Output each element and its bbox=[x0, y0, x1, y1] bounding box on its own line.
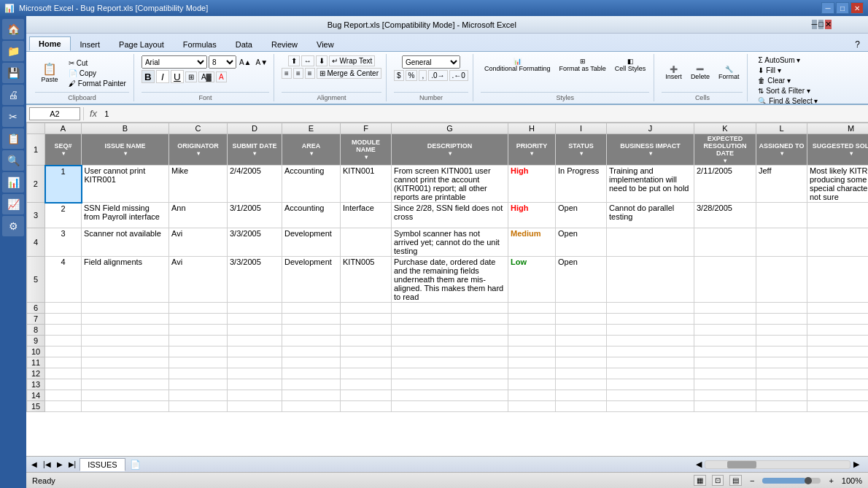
cell-F1[interactable]: MODULE NAME▾ bbox=[341, 134, 392, 166]
cell-H1[interactable]: PRIORITY▾ bbox=[508, 134, 556, 166]
row-header-2[interactable]: 2 bbox=[27, 166, 45, 203]
currency-btn[interactable]: $ bbox=[394, 70, 404, 81]
col-header-J[interactable]: J bbox=[607, 123, 694, 134]
col-header-M[interactable]: M bbox=[807, 123, 869, 134]
col-header-K[interactable]: K bbox=[694, 123, 756, 134]
decrease-decimal-btn[interactable]: .←0 bbox=[449, 70, 468, 81]
cell-D4[interactable]: 3/3/2005 bbox=[228, 228, 282, 257]
col-header-I[interactable]: I bbox=[556, 123, 607, 134]
row-header-12[interactable]: 12 bbox=[27, 368, 45, 379]
row-header-5[interactable]: 5 bbox=[27, 257, 45, 303]
cell-M3[interactable] bbox=[807, 203, 869, 228]
tab-page-layout[interactable]: Page Layout bbox=[109, 37, 174, 51]
cell-G3[interactable]: Since 2/28, SSN field does not cross bbox=[392, 203, 508, 228]
horizontal-scrollbar[interactable] bbox=[705, 460, 850, 469]
cell-L4[interactable] bbox=[756, 228, 807, 257]
cell-B4[interactable]: Scanner not available bbox=[82, 228, 169, 257]
cell-E3[interactable]: Accounting bbox=[282, 203, 341, 228]
cell-A6[interactable] bbox=[45, 303, 82, 314]
cell-K4[interactable] bbox=[694, 228, 756, 257]
sidebar-settings-icon[interactable]: ⚙ bbox=[2, 216, 24, 236]
row-header-11[interactable]: 11 bbox=[27, 357, 45, 368]
row-header-6[interactable]: 6 bbox=[27, 303, 45, 314]
cell-E4[interactable]: Development bbox=[282, 228, 341, 257]
align-right-btn[interactable]: ≡ bbox=[305, 68, 315, 79]
col-header-L[interactable]: L bbox=[756, 123, 807, 134]
col-header-B[interactable]: B bbox=[82, 123, 169, 134]
sidebar-cut-icon[interactable]: ✂ bbox=[2, 106, 24, 127]
tab-data[interactable]: Data bbox=[226, 37, 262, 51]
align-top-btn[interactable]: ⬆ bbox=[288, 55, 300, 66]
font-color-btn[interactable]: A bbox=[216, 71, 227, 82]
cell-B5[interactable]: Field alignments bbox=[82, 257, 169, 303]
cell-L2[interactable]: Jeff bbox=[756, 166, 807, 203]
cell-H2[interactable]: High bbox=[508, 166, 556, 203]
row-header-14[interactable]: 14 bbox=[27, 390, 45, 401]
cell-styles-btn[interactable]: ◧ Cell Styles bbox=[611, 55, 650, 74]
autosum-btn[interactable]: Σ AutoSum ▾ bbox=[755, 55, 803, 65]
clear-btn[interactable]: 🗑 Clear ▾ bbox=[755, 76, 793, 85]
col-header-E[interactable]: E bbox=[282, 123, 341, 134]
conditional-formatting-btn[interactable]: 📊 Conditional Formatting bbox=[481, 55, 554, 74]
cell-K1[interactable]: EXPECTED RESOLUTION DATE▾ bbox=[694, 134, 756, 166]
col-header-D[interactable]: D bbox=[228, 123, 282, 134]
italic-btn[interactable]: I bbox=[156, 70, 169, 83]
sidebar-folder-icon[interactable]: 📁 bbox=[2, 41, 24, 61]
tab-view[interactable]: View bbox=[307, 37, 344, 51]
cell-M5[interactable] bbox=[807, 257, 869, 303]
inner-minimize-btn[interactable]: ─ bbox=[812, 20, 818, 29]
percent-btn[interactable]: % bbox=[406, 70, 418, 81]
cell-B3[interactable]: SSN Field missing from Payroll interface bbox=[82, 203, 169, 228]
cell-C5[interactable]: Avi bbox=[169, 257, 228, 303]
sidebar-print-icon[interactable]: 🖨 bbox=[2, 85, 24, 105]
sheet-nav-first[interactable]: |◀ bbox=[41, 460, 53, 468]
zoom-in-btn[interactable]: + bbox=[826, 476, 835, 485]
increase-font-btn[interactable]: A▲ bbox=[238, 58, 253, 67]
border-btn[interactable]: ⊞ bbox=[185, 71, 197, 82]
cell-E2[interactable]: Accounting bbox=[282, 166, 341, 203]
font-name-select[interactable]: Arial bbox=[142, 55, 207, 69]
cell-F2[interactable]: KITN001 bbox=[341, 166, 392, 203]
cell-H4[interactable]: Medium bbox=[508, 228, 556, 257]
format-cells-btn[interactable]: 🔧 Format bbox=[715, 63, 743, 82]
fill-color-btn[interactable]: A▓ bbox=[198, 71, 214, 82]
wrap-text-btn[interactable]: ↵ Wrap Text bbox=[329, 55, 375, 66]
cell-L1[interactable]: ASSIGNED TO▾ bbox=[756, 134, 807, 166]
cell-G5[interactable]: Purchase date, ordered date and the rema… bbox=[392, 257, 508, 303]
cell-L5[interactable] bbox=[756, 257, 807, 303]
sidebar-graph-icon[interactable]: 📈 bbox=[2, 194, 24, 214]
sidebar-home-icon[interactable]: 🏠 bbox=[2, 19, 24, 39]
insert-cells-btn[interactable]: ➕ Insert bbox=[662, 63, 686, 82]
cell-A5[interactable]: 4 bbox=[45, 257, 82, 303]
cell-F4[interactable] bbox=[341, 228, 392, 257]
row-header-7[interactable]: 7 bbox=[27, 314, 45, 325]
comma-btn[interactable]: , bbox=[419, 70, 427, 81]
cell-I2[interactable]: In Progress bbox=[556, 166, 607, 203]
cell-A3[interactable]: 2 bbox=[45, 203, 82, 228]
tab-home[interactable]: Home bbox=[29, 36, 71, 51]
sheet-tab-issues[interactable]: ISSUES bbox=[80, 458, 125, 471]
col-header-C[interactable]: C bbox=[169, 123, 228, 134]
cut-button[interactable]: ✂ Cut bbox=[66, 58, 129, 68]
cell-A4[interactable]: 3 bbox=[45, 228, 82, 257]
fill-btn[interactable]: ⬇ Fill ▾ bbox=[755, 66, 783, 75]
row-header-1[interactable]: 1 bbox=[27, 134, 45, 166]
cell-I5[interactable]: Open bbox=[556, 257, 607, 303]
cell-G1[interactable]: DESCRIPTION▾ bbox=[392, 134, 508, 166]
row-header-8[interactable]: 8 bbox=[27, 325, 45, 336]
row-header-13[interactable]: 13 bbox=[27, 379, 45, 390]
cell-C2[interactable]: Mike bbox=[169, 166, 228, 203]
col-header-H[interactable]: H bbox=[508, 123, 556, 134]
cell-J4[interactable] bbox=[607, 228, 694, 257]
find-select-btn[interactable]: 🔍 Find & Select ▾ bbox=[755, 96, 821, 104]
inner-restore-btn[interactable]: □ bbox=[818, 20, 824, 29]
row-header-3[interactable]: 3 bbox=[27, 203, 45, 228]
cell-D1[interactable]: SUBMIT DATE▾ bbox=[228, 134, 282, 166]
align-middle-btn[interactable]: ↔ bbox=[301, 55, 314, 66]
cell-M2[interactable]: Most likely KITR001 is producing some sp… bbox=[807, 166, 869, 203]
align-left-btn[interactable]: ≡ bbox=[282, 68, 292, 79]
help-btn[interactable]: ? bbox=[850, 37, 865, 51]
cell-F3[interactable]: Interface bbox=[341, 203, 392, 228]
cell-E1[interactable]: AREA▾ bbox=[282, 134, 341, 166]
cell-B1[interactable]: ISSUE NAME▾ bbox=[82, 134, 169, 166]
